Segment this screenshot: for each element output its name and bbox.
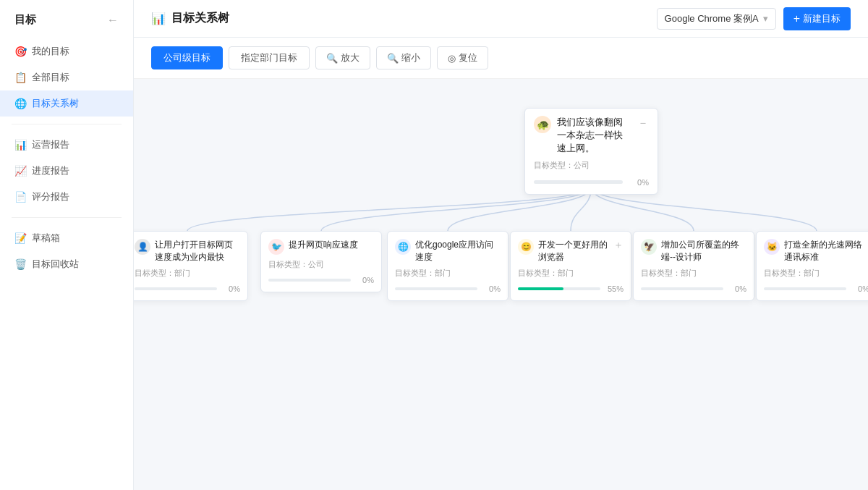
progress-bar-fill	[518, 287, 563, 290]
reset-icon: ◎	[448, 53, 456, 64]
progress-bar-bg	[268, 279, 351, 282]
root-node-card: 🐢 我们应该像翻阅一本杂志一样快速上网。 － 目标类型：公司 0%	[524, 108, 658, 195]
root-card-header: 🐢 我们应该像翻阅一本杂志一样快速上网。 －	[525, 109, 658, 159]
all-goals-icon: 📋	[14, 72, 26, 83]
sidebar-divider	[12, 124, 122, 124]
child-meta-4: 目标类型：部门	[511, 266, 631, 282]
tool-reset[interactable]: ◎复位	[437, 46, 488, 69]
child-progress-2: 0%	[261, 273, 381, 292]
child-card-header-6: 🐱 打造全新的光速网络通讯标准	[757, 232, 868, 266]
child-progress-text-4: 55%	[605, 284, 624, 293]
recycle-icon: 🗑️	[14, 258, 26, 270]
sidebar-item-recycle[interactable]: 🗑️目标回收站	[0, 251, 133, 277]
sidebar-label-drafts: 草稿箱	[32, 232, 60, 245]
child-avatar-2: 🐦	[268, 239, 284, 255]
progress-bar-bg	[534, 180, 623, 184]
root-meta: 目标类型：公司	[525, 159, 658, 175]
tab-dept[interactable]: 指定部门目标	[229, 46, 310, 69]
page-title: 目标关系树	[171, 11, 229, 26]
child-title-6: 打造全新的光速网络通讯标准	[784, 239, 868, 263]
child-progress-text-6: 0%	[851, 284, 868, 293]
progress-bar-bg	[395, 287, 477, 290]
child-meta-5: 目标类型：部门	[634, 266, 754, 282]
sidebar-divider	[12, 217, 122, 218]
sidebar-label-progress-report: 进度报告	[32, 164, 69, 177]
header-left: 📊 目标关系树	[151, 11, 229, 26]
child-progress-text-3: 0%	[482, 284, 501, 293]
root-actions[interactable]: －	[634, 116, 649, 131]
my-goals-icon: 🎯	[14, 46, 26, 57]
child-title-2: 提升网页响应速度	[289, 239, 374, 251]
progress-bar-bg	[518, 287, 600, 290]
child-progress-text-2: 0%	[355, 276, 374, 284]
child-progress-5: 0%	[634, 282, 754, 300]
child-node-6: 🐱 打造全新的光速网络通讯标准 目标类型：部门 0%	[756, 231, 868, 301]
child-progress-1: 0%	[134, 282, 247, 300]
child-card-header-4: 😊 开发一个更好用的浏览器 ＋	[511, 232, 631, 266]
child-avatar-5: 🦅	[641, 239, 657, 255]
child-progress-3: 0%	[388, 282, 508, 300]
child-node-2: 🐦 提升网页响应速度 目标类型：公司 0%	[260, 231, 382, 292]
header-icon: 📊	[151, 12, 166, 25]
child-node-1: 👤 让用户打开目标网页速度成为业内最快 目标类型：部门 0%	[134, 231, 248, 301]
child-meta-2: 目标类型：公司	[261, 258, 381, 273]
sidebar-label-recycle: 目标回收站	[32, 258, 79, 271]
child-avatar-6: 🐱	[764, 239, 780, 255]
child-avatar-3: 🌐	[395, 239, 411, 255]
tab-company[interactable]: 公司级目标	[151, 46, 223, 69]
child-title-3: 优化google应用访问速度	[415, 239, 501, 263]
plus-icon: +	[793, 12, 800, 25]
collapse-icon[interactable]: ←	[107, 14, 119, 27]
child-card-header-2: 🐦 提升网页响应速度	[261, 232, 381, 258]
chevron-down-icon: ▾	[763, 13, 768, 24]
sidebar-nav: 🎯我的目标📋全部目标🌐目标关系树📊运营报告📈进度报告📄评分报告📝草稿箱🗑️目标回…	[0, 38, 133, 277]
child-node-4: 😊 开发一个更好用的浏览器 ＋ 目标类型：部门 55%	[510, 231, 631, 301]
progress-bar-bg	[764, 287, 846, 290]
sidebar-item-ops-report[interactable]: 📊运营报告	[0, 132, 133, 158]
workspace-name: Google Chrome 案例A	[665, 12, 759, 25]
progress-bar-bg	[641, 287, 723, 290]
tool-zoom-out[interactable]: 🔍缩小	[376, 46, 431, 69]
toolbar: 公司级目标指定部门目标🔍放大🔍缩小◎复位	[134, 38, 868, 79]
child-avatar-1: 👤	[135, 239, 150, 255]
sidebar-header: 目标 ←	[0, 0, 133, 35]
canvas-area: 🐢 我们应该像翻阅一本杂志一样快速上网。 － 目标类型：公司 0% 👤 让用户打…	[134, 79, 868, 490]
sidebar-label-my-goals: 我的目标	[32, 45, 69, 58]
sidebar-item-all-goals[interactable]: 📋全部目标	[0, 64, 133, 90]
workspace-selector[interactable]: Google Chrome 案例A ▾	[657, 8, 776, 30]
child-progress-text-5: 0%	[728, 284, 746, 293]
child-card-header-5: 🦅 增加公司所覆盖的终端--设计师	[634, 232, 754, 266]
goal-tree-icon: 🌐	[14, 98, 26, 109]
sidebar-item-progress-report[interactable]: 📈进度报告	[0, 158, 133, 184]
child-meta-1: 目标类型：部门	[134, 266, 247, 282]
sidebar-item-drafts[interactable]: 📝草稿箱	[0, 225, 133, 251]
child-meta-3: 目标类型：部门	[388, 266, 508, 282]
sidebar-label-ops-report: 运营报告	[32, 138, 69, 151]
sidebar-item-my-goals[interactable]: 🎯我的目标	[0, 38, 133, 64]
zoom-in-icon: 🔍	[326, 53, 338, 64]
sidebar-label-all-goals: 全部目标	[32, 71, 69, 84]
child-meta-6: 目标类型：部门	[757, 266, 868, 282]
sidebar-item-goal-tree[interactable]: 🌐目标关系树	[0, 90, 133, 117]
child-actions-4[interactable]: ＋	[613, 239, 624, 252]
page-header: 📊 目标关系树 Google Chrome 案例A ▾ + 新建目标	[134, 0, 868, 38]
child-progress-4: 55%	[511, 282, 631, 300]
child-progress-text-1: 0%	[221, 284, 240, 293]
root-title: 我们应该像翻阅一本杂志一样快速上网。	[557, 116, 629, 156]
header-right: Google Chrome 案例A ▾ + 新建目标	[657, 7, 851, 30]
drafts-icon: 📝	[14, 232, 26, 244]
child-title-4: 开发一个更好用的浏览器	[538, 239, 609, 263]
sidebar-label-goal-tree: 目标关系树	[32, 97, 79, 110]
sidebar-label-score-report: 评分报告	[32, 190, 69, 203]
child-title-1: 让用户打开目标网页速度成为业内最快	[155, 239, 240, 263]
sidebar-item-score-report[interactable]: 📄评分报告	[0, 184, 133, 210]
progress-bar-bg	[135, 287, 217, 290]
progress-report-icon: 📈	[14, 165, 26, 177]
root-progress-text: 0%	[629, 178, 649, 187]
child-progress-6: 0%	[757, 282, 868, 300]
root-avatar: 🐢	[534, 116, 551, 133]
tool-zoom-in[interactable]: 🔍放大	[315, 46, 370, 69]
new-goal-button[interactable]: + 新建目标	[783, 7, 851, 30]
ops-report-icon: 📊	[14, 139, 26, 151]
sidebar-title: 目标	[14, 13, 36, 27]
